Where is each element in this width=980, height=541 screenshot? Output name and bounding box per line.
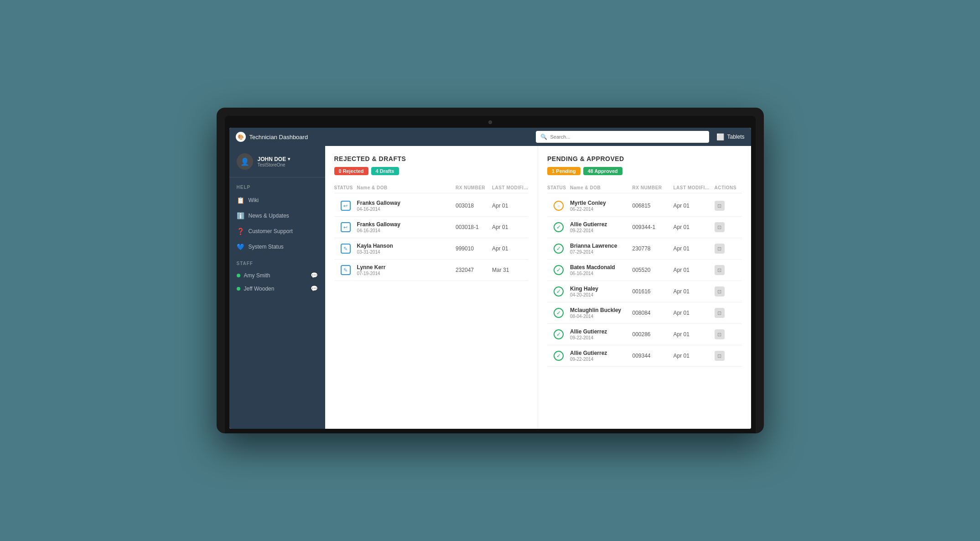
- status-icon-approved: ✓: [547, 265, 570, 275]
- action-button[interactable]: ⊡: [715, 351, 725, 361]
- patient-info: Mclaughlin Buckley 08-04-2014: [570, 307, 633, 319]
- col-name-dob-a: Name & DOB: [570, 185, 633, 190]
- sidebar-item-news-label: News & Updates: [249, 213, 289, 219]
- action-button[interactable]: ⊡: [715, 308, 725, 318]
- table-row: ↩ Franks Galloway 04-16-2014 003018-1 Ap…: [334, 217, 529, 238]
- question-icon: ❓: [237, 228, 244, 235]
- user-profile: 👤 JOHN DOE ▾ TestStoreOne: [229, 153, 325, 177]
- status-icon-pending: ○: [547, 201, 570, 211]
- status-icon-approved: ✓: [547, 308, 570, 318]
- col-name-dob: Name & DOB: [357, 185, 456, 190]
- app-title: Technician Dashboard: [249, 134, 308, 140]
- patient-info: Franks Galloway 04-16-2014: [357, 221, 456, 233]
- staff-name-amy: Amy Smith: [244, 272, 270, 279]
- sidebar-item-news[interactable]: ℹ️ News & Updates: [229, 208, 325, 224]
- help-section-label: HELP: [229, 185, 325, 192]
- status-icon-approved: ✓: [547, 286, 570, 297]
- table-row: ✓ Allie Gutierrez 09-22-2014 009344-1 Ap…: [547, 217, 742, 238]
- col-modified-a: LAST MODIFI...: [674, 185, 715, 190]
- action-button[interactable]: ⊡: [715, 244, 725, 254]
- status-icon-approved: ✓: [547, 244, 570, 254]
- action-button[interactable]: ⊡: [715, 201, 725, 211]
- patient-info: Kayla Hanson 03-31-2014: [357, 243, 456, 255]
- wiki-icon: 📋: [237, 197, 244, 204]
- table-row: ✎ Kayla Hanson 03-31-2014 999010 Apr 01: [334, 238, 529, 260]
- sidebar-item-wiki[interactable]: 📋 Wiki: [229, 192, 325, 208]
- online-indicator-amy: [237, 274, 240, 277]
- logo-icon: 🎨: [236, 132, 246, 142]
- col-rx-a: RX NUMBER: [633, 185, 674, 190]
- staff-name-jeff: Jeff Wooden: [244, 286, 275, 292]
- chat-icon-jeff[interactable]: 💬: [311, 285, 318, 292]
- screen-bezel: 🎨 Technician Dashboard 🔍 ⬜ Tablets 👤: [225, 116, 756, 433]
- approved-table-header: STATUS Name & DOB RX NUMBER LAST MODIFI.…: [547, 182, 742, 193]
- status-icon-draft: ↩: [334, 222, 357, 232]
- info-icon: ℹ️: [237, 212, 244, 219]
- app-title-area: 🎨 Technician Dashboard: [236, 132, 536, 142]
- col-rx: RX NUMBER: [456, 185, 492, 190]
- table-row: ✎ Lynne Kerr 07-19-2014 232047 Mar 31: [334, 260, 529, 281]
- user-info: JOHN DOE ▾ TestStoreOne: [258, 156, 290, 167]
- status-icon-approved: ✓: [547, 351, 570, 361]
- table-row: ✓ Brianna Lawrence 07-29-2014 230778 Apr…: [547, 238, 742, 260]
- status-icon-approved: ✓: [547, 329, 570, 339]
- table-row: ○ Myrtle Conley 06-22-2014 006815 Apr 01…: [547, 195, 742, 217]
- patient-info: Allie Gutierrez 09-22-2014: [570, 328, 633, 340]
- user-store: TestStoreOne: [258, 162, 290, 167]
- chevron-down-icon: ▾: [288, 156, 290, 161]
- col-status: STATUS: [334, 185, 357, 190]
- sidebar-item-status-label: System Status: [249, 244, 284, 250]
- status-icon-approved: ✓: [547, 222, 570, 232]
- rejected-badge: 0 Rejected: [334, 167, 368, 175]
- approved-panel-title: PENDING & APPROVED: [547, 155, 742, 162]
- patient-info: Allie Gutierrez 09-22-2014: [570, 221, 633, 233]
- sidebar-item-status[interactable]: 💙 System Status: [229, 239, 325, 255]
- patient-info: Myrtle Conley 06-22-2014: [570, 200, 633, 212]
- sidebar-item-wiki-label: Wiki: [249, 197, 259, 203]
- patient-info: King Haley 04-20-2014: [570, 286, 633, 297]
- tablet-icon: ⬜: [716, 133, 724, 140]
- content-area: REJECTED & DRAFTS 0 Rejected 4 Drafts ST…: [325, 146, 751, 429]
- staff-member-jeff: Jeff Wooden 💬: [229, 282, 325, 295]
- search-icon: 🔍: [540, 134, 547, 140]
- action-button[interactable]: ⊡: [715, 265, 725, 275]
- action-button[interactable]: ⊡: [715, 329, 725, 339]
- drafts-panel-title: REJECTED & DRAFTS: [334, 155, 529, 162]
- heart-icon: 💙: [237, 243, 244, 250]
- approved-badge: 48 Approved: [583, 167, 622, 175]
- action-button[interactable]: ⊡: [715, 222, 725, 232]
- tablets-button[interactable]: ⬜ Tablets: [716, 133, 744, 140]
- drafts-table-header: STATUS Name & DOB RX NUMBER LAST MODIFI.…: [334, 182, 529, 193]
- staff-section: STAFF Amy Smith 💬 Jeff Wooden: [229, 261, 325, 295]
- webcam: [488, 120, 492, 124]
- action-button[interactable]: ⊡: [715, 286, 725, 297]
- col-modified: LAST MODIFI...: [492, 185, 529, 190]
- patient-info: Bates Macdonald 06-16-2014: [570, 264, 633, 276]
- patient-info: Lynne Kerr 07-19-2014: [357, 264, 456, 276]
- table-row: ✓ Allie Gutierrez 09-22-2014 009344 Apr …: [547, 345, 742, 367]
- table-row: ↩ Franks Galloway 04-16-2014 003018 Apr …: [334, 195, 529, 217]
- search-bar[interactable]: 🔍: [536, 131, 709, 143]
- table-row: ✓ King Haley 04-20-2014 001616 Apr 01 ⊡: [547, 281, 742, 302]
- status-icon-edit: ✎: [334, 265, 357, 275]
- search-input[interactable]: [550, 134, 705, 140]
- staff-section-label: STAFF: [229, 261, 325, 269]
- table-row: ✓ Bates Macdonald 06-16-2014 005520 Apr …: [547, 260, 742, 281]
- patient-info: Allie Gutierrez 09-22-2014: [570, 350, 633, 362]
- online-indicator-jeff: [237, 287, 240, 291]
- sidebar: 👤 JOHN DOE ▾ TestStoreOne HELP 📋 Wiki: [229, 146, 325, 429]
- sidebar-item-support-label: Customer Support: [249, 228, 293, 234]
- sidebar-item-support[interactable]: ❓ Customer Support: [229, 224, 325, 239]
- approved-panel: PENDING & APPROVED 1 Pending 48 Approved…: [538, 146, 751, 429]
- avatar: 👤: [237, 153, 253, 170]
- staff-member-amy: Amy Smith 💬: [229, 269, 325, 282]
- user-name: JOHN DOE ▾: [258, 156, 290, 162]
- patient-info: Brianna Lawrence 07-29-2014: [570, 243, 633, 255]
- chat-icon-amy[interactable]: 💬: [311, 272, 318, 279]
- status-icon-draft: ↩: [334, 201, 357, 211]
- drafts-badge: 4 Drafts: [371, 167, 399, 175]
- laptop-screen: 🎨 Technician Dashboard 🔍 ⬜ Tablets 👤: [229, 128, 751, 429]
- laptop-frame: 🎨 Technician Dashboard 🔍 ⬜ Tablets 👤: [217, 108, 764, 433]
- table-row: ✓ Mclaughlin Buckley 08-04-2014 008084 A…: [547, 302, 742, 324]
- drafts-badges: 0 Rejected 4 Drafts: [334, 167, 529, 175]
